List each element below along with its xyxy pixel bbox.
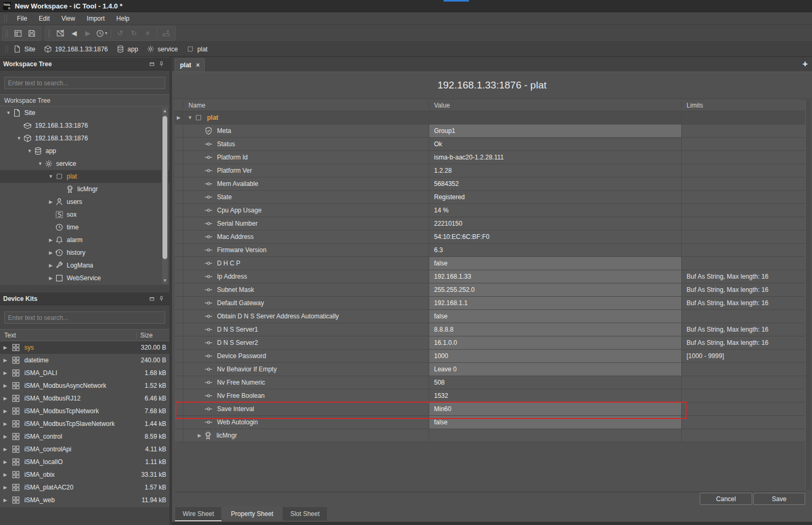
- menu-item-file[interactable]: File: [11, 13, 33, 24]
- breadcrumb-drag-handle[interactable]: [5, 46, 8, 53]
- property-value-cell[interactable]: Group1: [429, 124, 681, 137]
- expand-icon[interactable]: ▶: [0, 383, 8, 388]
- expand-icon[interactable]: ▶: [0, 370, 8, 376]
- property-value-cell[interactable]: 8.8.8.8: [429, 323, 681, 336]
- property-row-firmware-version[interactable]: Firmware Version6.3: [175, 244, 805, 257]
- tree-item-192-168-1-33-1876[interactable]: ▼192.168.1.33:1876: [0, 132, 169, 145]
- expand-icon[interactable]: ▶: [0, 497, 8, 503]
- row-gutter-expander[interactable]: ▶: [175, 111, 183, 124]
- property-row-mem-available[interactable]: Mem Available5684352: [175, 177, 805, 191]
- property-value-cell[interactable]: false: [429, 257, 681, 270]
- view-tab-wire-sheet[interactable]: Wire Sheet: [175, 506, 222, 521]
- expand-icon[interactable]: ▶: [47, 250, 55, 255]
- wiresheet-button[interactable]: [53, 27, 67, 40]
- save-button[interactable]: Save: [753, 493, 805, 505]
- property-row-mac-address[interactable]: Mac Address54:10:EC:6C:BF:F0: [175, 230, 805, 244]
- history-clock-button[interactable]: ▾: [95, 27, 109, 40]
- collapse-panel-icon[interactable]: [147, 295, 157, 303]
- tree-item-service[interactable]: ▼service: [0, 157, 169, 170]
- tree-item-history[interactable]: ▶history: [0, 246, 169, 259]
- expand-icon[interactable]: ▶: [195, 433, 204, 438]
- pin-panel-icon[interactable]: [157, 295, 166, 303]
- breadcrumb-item-192-168-1-33-1876[interactable]: 192.168.1.33:1876: [44, 45, 108, 53]
- workspace-tree-search-input[interactable]: [4, 77, 165, 89]
- tree-item-licmngr[interactable]: licMngr: [0, 183, 169, 195]
- property-row-licmngr[interactable]: ▶licMngr: [175, 429, 805, 442]
- close-tab-icon[interactable]: ×: [196, 61, 200, 69]
- view-tab-property-sheet[interactable]: Property Sheet: [223, 506, 281, 521]
- kit-row-isma_controlapi[interactable]: ▶iSMA_controlApi4.11 kB: [0, 443, 169, 456]
- property-row-subnet-mask[interactable]: Subnet Mask255.255.252.0Buf As String, M…: [175, 283, 805, 297]
- property-value-cell[interactable]: Leave 0: [429, 363, 681, 376]
- tree-item-webservice[interactable]: ▶WebService: [0, 272, 169, 284]
- floppy-button[interactable]: [25, 27, 39, 40]
- kit-row-isma_localio[interactable]: ▶iSMA_localIO1.11 kB: [0, 456, 169, 468]
- tree-item-plat[interactable]: ▼plat: [0, 170, 169, 183]
- tree-item-logmana[interactable]: ▶LogMana: [0, 259, 169, 272]
- property-value-cell[interactable]: false: [429, 310, 681, 323]
- property-row-d-n-s-server2[interactable]: D N S Server216.1.0.0Buf As String, Max …: [175, 336, 805, 350]
- property-value-cell[interactable]: 16.1.0.0: [429, 336, 681, 349]
- kit-row-isma_modbustcpslavenetwork[interactable]: ▶iSMA_ModbusTcpSlaveNetwork1.44 kB: [0, 417, 169, 430]
- kit-row-datetime[interactable]: ▶datetime240.00 B: [0, 354, 169, 367]
- collapse-icon[interactable]: ▼: [25, 148, 34, 154]
- expand-icon[interactable]: ▶: [0, 472, 8, 477]
- back-arrow-button[interactable]: ◀: [67, 27, 81, 40]
- property-value-cell[interactable]: Min60: [429, 403, 681, 415]
- kit-row-isma_modbusrj12[interactable]: ▶iSMA_ModbusRJ126.46 kB: [0, 392, 169, 405]
- expand-icon[interactable]: ▶: [0, 434, 8, 439]
- tree-item-time[interactable]: time: [0, 221, 169, 234]
- tree-item-sox[interactable]: sox: [0, 208, 169, 221]
- menu-item-edit[interactable]: Edit: [33, 13, 56, 24]
- scroll-up-icon[interactable]: ▲: [162, 108, 168, 114]
- property-value-cell[interactable]: false: [429, 416, 681, 429]
- property-value-cell[interactable]: 255.255.252.0: [429, 283, 681, 296]
- property-row-nv-behavior-if-empty[interactable]: Nv Behavior If EmptyLeave 0: [175, 363, 805, 376]
- property-row-default-gateway[interactable]: Default Gateway192.168.1.1Buf As String,…: [175, 297, 805, 310]
- scroll-down-icon[interactable]: ▼: [162, 277, 168, 284]
- expand-icon[interactable]: ▶: [0, 358, 8, 363]
- tree-item-192-168-1-33-1876[interactable]: 192.168.1.33:1876: [0, 119, 169, 132]
- breadcrumb-item-plat[interactable]: plat: [186, 45, 207, 53]
- collapse-panel-icon[interactable]: [147, 60, 157, 68]
- add-tab-button[interactable]: +: [802, 59, 808, 69]
- property-value-cell[interactable]: 192.168.1.33: [429, 270, 681, 283]
- pin-panel-icon[interactable]: [157, 60, 166, 68]
- kit-row-sys[interactable]: ▶sys320.00 B: [0, 341, 169, 354]
- expand-icon[interactable]: ▶: [47, 199, 55, 204]
- property-row-d-n-s-server1[interactable]: D N S Server18.8.8.8Buf As String, Max l…: [175, 323, 805, 336]
- property-row-device-password[interactable]: Device Password1000[1000 - 9999]: [175, 350, 805, 363]
- property-row-plat[interactable]: ▶▼plat: [175, 111, 805, 124]
- tree-item-site[interactable]: ▼Site: [0, 106, 169, 119]
- workspace-tree-scrollbar[interactable]: ▲ ▼: [161, 107, 168, 284]
- kit-row-isma_modbusasyncnetwork[interactable]: ▶iSMA_ModbusAsyncNetwork1.52 kB: [0, 379, 169, 392]
- menubar-drag-handle[interactable]: [4, 15, 7, 22]
- property-value-cell[interactable]: 1000: [429, 350, 681, 362]
- tab-plat[interactable]: plat ×: [175, 58, 205, 72]
- property-row-obtain-d-n-s-server-address-automatically[interactable]: Obtain D N S Server Address Automaticall…: [175, 310, 805, 323]
- layout-button[interactable]: [11, 27, 25, 40]
- kit-row-isma_dali[interactable]: ▶iSMA_DALI1.68 kB: [0, 367, 169, 379]
- property-row-d-h-c-p[interactable]: D H C Pfalse: [175, 257, 805, 270]
- property-row-status[interactable]: StatusOk: [175, 138, 805, 151]
- collapse-icon[interactable]: ▼: [186, 115, 194, 120]
- menu-item-help[interactable]: Help: [111, 13, 136, 24]
- toolbar-drag-handle[interactable]: [6, 29, 8, 38]
- expand-icon[interactable]: ▶: [47, 275, 55, 281]
- property-row-web-autologin[interactable]: Web Autologinfalse: [175, 416, 805, 429]
- property-row-platform-ver[interactable]: Platform Ver1.2.28: [175, 164, 805, 177]
- breadcrumb-item-service[interactable]: service: [147, 45, 178, 53]
- property-row-nv-free-boolean[interactable]: Nv Free Boolean1532: [175, 389, 805, 403]
- property-row-state[interactable]: StateRegistered: [175, 191, 805, 204]
- tree-item-users[interactable]: ▶users: [0, 195, 169, 208]
- menu-item-import[interactable]: Import: [81, 13, 111, 24]
- expand-icon[interactable]: ▶: [0, 459, 8, 465]
- kit-row-isma_obix[interactable]: ▶iSMA_obix33.31 kB: [0, 468, 169, 481]
- device-kits-search-input[interactable]: [4, 312, 165, 324]
- property-row-save-interval[interactable]: Save IntervalMin60: [175, 403, 805, 416]
- kit-row-isma_control[interactable]: ▶iSMA_control8.59 kB: [0, 430, 169, 443]
- view-tab-slot-sheet[interactable]: Slot Sheet: [282, 506, 327, 521]
- property-row-serial-number[interactable]: Serial Number22210150: [175, 217, 805, 230]
- property-row-cpu-app-usage[interactable]: Cpu App Usage14 %: [175, 204, 805, 217]
- dropdown-caret-icon[interactable]: ▾: [105, 31, 107, 35]
